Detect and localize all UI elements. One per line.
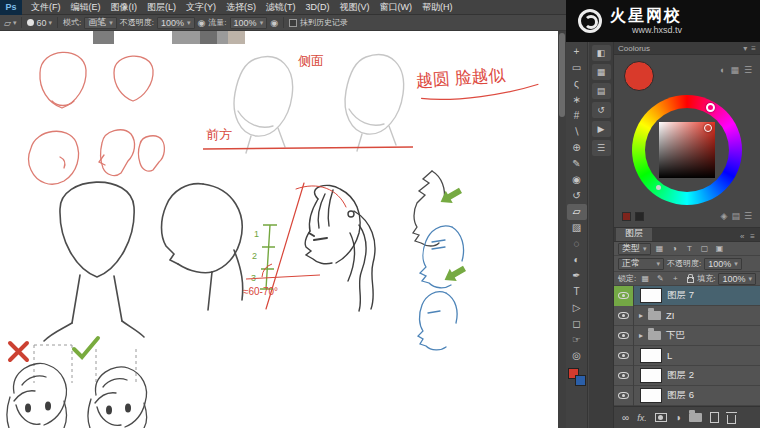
layer-row[interactable]: 图层 6: [614, 386, 760, 406]
current-color-swatch[interactable]: [624, 61, 654, 91]
menu-window[interactable]: 窗口(W): [375, 0, 418, 15]
visibility-toggle[interactable]: [614, 346, 634, 366]
filter-pixel-layers-icon[interactable]: ▦: [654, 244, 666, 253]
pen-tool[interactable]: ✒: [567, 268, 587, 284]
lock-pixels-icon[interactable]: ✎: [654, 274, 666, 283]
group-row[interactable]: ▸ ZI: [614, 306, 760, 326]
layer-thumbnail[interactable]: [640, 388, 662, 403]
zoom-tool[interactable]: ◎: [567, 348, 587, 364]
visibility-toggle[interactable]: [614, 366, 634, 386]
recent-color-swatch[interactable]: [622, 212, 631, 221]
gradient-tool[interactable]: ▨: [567, 220, 587, 236]
history-brush-tool[interactable]: ↺: [567, 188, 587, 204]
mode-select[interactable]: 画笔 ▾: [84, 17, 117, 29]
history-panel-icon[interactable]: ↺: [592, 102, 611, 118]
menu-image[interactable]: 图像(I): [106, 0, 143, 15]
type-tool[interactable]: T: [567, 284, 587, 300]
coolorus-mode-icon[interactable]: ◈: [720, 211, 727, 221]
filter-smart-objects-icon[interactable]: ▣: [714, 244, 726, 253]
document-canvas[interactable]: 侧面 前方 越圆 脸越似: [0, 31, 566, 428]
color-swatches[interactable]: [568, 368, 586, 386]
dodge-tool[interactable]: ◐: [567, 252, 587, 268]
coolorus-option-icon[interactable]: ☰: [744, 65, 752, 75]
recent-color-swatch[interactable]: [635, 212, 644, 221]
menu-filter[interactable]: 滤镜(T): [261, 0, 301, 15]
menu-view[interactable]: 视图(V): [335, 0, 375, 15]
rectangular-marquee-tool[interactable]: ▭: [567, 60, 587, 76]
fill-select[interactable]: 100% ▾: [718, 273, 756, 285]
lasso-tool[interactable]: ς: [567, 76, 587, 92]
hand-tool[interactable]: ☞: [567, 332, 587, 348]
coolorus-panel-header[interactable]: Coolorus ▾ ≡: [614, 42, 760, 55]
collapse-panel-icon[interactable]: «: [737, 232, 747, 241]
collapse-icon[interactable]: ▾: [743, 44, 747, 53]
panel-menu-icon[interactable]: ≡: [747, 232, 758, 241]
group-row[interactable]: ▸ 下巴: [614, 326, 760, 346]
delete-layer-button[interactable]: [727, 412, 736, 424]
blend-mode-select[interactable]: 正常 ▾: [618, 258, 664, 270]
layer-thumbnail[interactable]: [640, 348, 662, 363]
expand-arrow-icon[interactable]: ▸: [636, 311, 646, 320]
styles-panel-icon[interactable]: ▤: [592, 83, 611, 99]
lock-transparency-icon[interactable]: ▦: [639, 274, 651, 283]
flow-select[interactable]: 100% ▾: [230, 17, 268, 29]
hue-marker[interactable]: [706, 103, 715, 112]
new-group-button[interactable]: [689, 413, 702, 422]
shape-tool[interactable]: ◻: [567, 316, 587, 332]
clone-stamp-tool[interactable]: ◉: [567, 172, 587, 188]
swatches-panel-icon[interactable]: ▦: [592, 64, 611, 80]
visibility-toggle[interactable]: [614, 286, 634, 306]
link-layers-button[interactable]: ∞: [622, 412, 629, 423]
airbrush-icon[interactable]: ◉: [270, 18, 278, 28]
add-layer-mask-button[interactable]: [655, 413, 667, 422]
scrollbar-thumb[interactable]: [559, 33, 565, 117]
layer-opacity-select[interactable]: 100% ▾: [704, 258, 742, 270]
panel-menu-icon[interactable]: ≡: [751, 44, 756, 53]
opacity-select[interactable]: 100% ▾: [157, 17, 195, 29]
menu-help[interactable]: 帮助(H): [417, 0, 458, 15]
adjustment-layer-button[interactable]: ◑: [675, 412, 681, 423]
lock-all-icon[interactable]: [687, 277, 694, 283]
coolorus-mode-icon[interactable]: ☰: [744, 211, 752, 221]
expand-arrow-icon[interactable]: ▸: [636, 331, 646, 340]
menu-layer[interactable]: 图层(L): [142, 0, 181, 15]
coolorus-mode-icon[interactable]: ▤: [731, 211, 740, 221]
menu-type[interactable]: 文字(Y): [181, 0, 221, 15]
filter-type-select[interactable]: 类型 ▾: [618, 243, 651, 255]
menu-edit[interactable]: 编辑(E): [66, 0, 106, 15]
crop-tool[interactable]: #: [567, 108, 587, 124]
layer-thumbnail[interactable]: [640, 368, 662, 383]
new-layer-button[interactable]: [710, 412, 719, 423]
layer-row[interactable]: 图层 7: [614, 286, 760, 306]
layer-effects-button[interactable]: fx.: [637, 413, 647, 423]
pen-pressure-icon[interactable]: ◉: [198, 18, 206, 28]
blur-tool[interactable]: ◌: [567, 236, 587, 252]
visibility-toggle[interactable]: [614, 306, 634, 326]
actions-panel-icon[interactable]: ▶: [592, 121, 611, 137]
tool-preset-picker[interactable]: ▱ ▾: [4, 18, 16, 28]
healing-brush-tool[interactable]: ⊕: [567, 140, 587, 156]
move-tool[interactable]: +: [567, 44, 587, 60]
layer-thumbnail[interactable]: [640, 288, 662, 303]
menu-select[interactable]: 选择(S): [221, 0, 261, 15]
lock-position-icon[interactable]: +: [669, 274, 681, 283]
filter-type-layers-icon[interactable]: T: [684, 244, 696, 253]
layer-row[interactable]: 图层 2: [614, 366, 760, 386]
layer-row[interactable]: L: [614, 346, 760, 366]
coolorus-option-icon[interactable]: ▦: [730, 65, 739, 75]
tab-layers[interactable]: 图层: [616, 226, 652, 241]
brush-presets-panel-icon[interactable]: ☰: [592, 140, 611, 156]
color-panel-icon[interactable]: ◧: [592, 45, 611, 61]
visibility-toggle[interactable]: [614, 386, 634, 406]
eraser-tool[interactable]: ▱: [567, 204, 587, 220]
quick-selection-tool[interactable]: ∗: [567, 92, 587, 108]
eyedropper-tool[interactable]: ∖: [567, 124, 587, 140]
menu-file[interactable]: 文件(F): [26, 0, 66, 15]
sv-marker[interactable]: [704, 124, 712, 132]
brush-tool[interactable]: ✎: [567, 156, 587, 172]
background-color-swatch[interactable]: [575, 375, 586, 386]
visibility-toggle[interactable]: [614, 326, 634, 346]
erase-to-history-checkbox[interactable]: [289, 19, 297, 27]
menu-3d[interactable]: 3D(D): [301, 0, 335, 15]
filter-shape-layers-icon[interactable]: ▢: [699, 244, 711, 253]
